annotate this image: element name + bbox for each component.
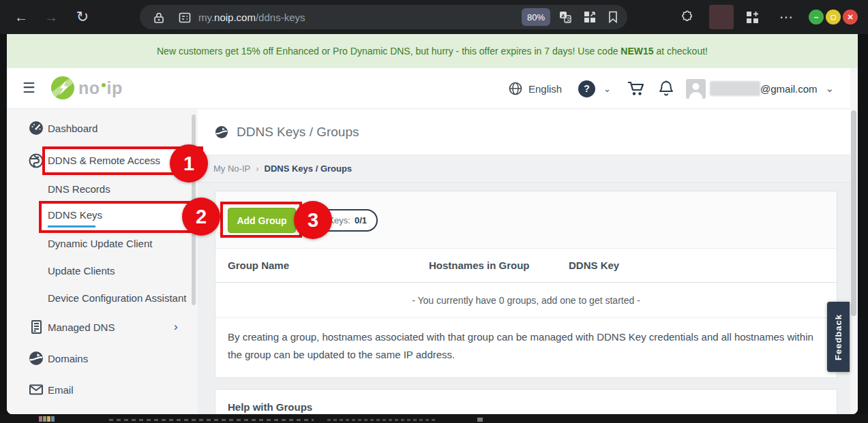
column-header-hostnames: Hostnames in Group xyxy=(429,260,530,271)
email-suffix: @gmail.com xyxy=(760,83,818,95)
annotation-box-3 xyxy=(220,202,302,238)
svg-text:文: 文 xyxy=(566,16,571,22)
chevron-down-icon: ⌄ xyxy=(826,82,835,95)
page-title: DDNS Keys / Groups xyxy=(237,125,359,140)
browser-toolbar: ← → ↻ my.noip.com/ddns-keys 80% A文 ⋯ – ▢… xyxy=(0,0,868,34)
zoom-level-badge[interactable]: 80% xyxy=(522,8,550,26)
main-content: DDNS Keys / Groups My No-IP › DDNS Keys … xyxy=(198,109,850,414)
sidebar-item-label: Dashboard xyxy=(48,123,98,134)
sidebar-item-managed-dns[interactable]: Managed DNS › xyxy=(7,315,198,339)
translate-icon[interactable]: A文 xyxy=(558,10,572,24)
sidebar-item-dashboard[interactable]: Dashboard xyxy=(7,116,198,140)
sidebar-item-label: Device Configuration Assistant xyxy=(48,292,186,304)
envelope-icon xyxy=(28,381,44,398)
apps-grid-icon[interactable] xyxy=(745,10,759,24)
help-menu[interactable]: ? ⌄ xyxy=(578,68,611,109)
globe-icon xyxy=(215,125,228,139)
globe-icon xyxy=(508,81,523,96)
sidebar-item-update-clients[interactable]: Update Clients xyxy=(7,258,198,283)
language-label: English xyxy=(528,83,562,95)
logo-dot xyxy=(102,83,106,87)
url-prefix: my. xyxy=(198,12,214,23)
chevron-down-icon: ⌄ xyxy=(603,84,611,94)
cart-button[interactable] xyxy=(627,68,645,109)
sidebar-item-label: Dynamic Update Client xyxy=(48,238,152,249)
bookmark-icon[interactable] xyxy=(606,10,620,24)
sidebar-item-email[interactable]: Email xyxy=(7,377,198,402)
annotation-step-3: 3 xyxy=(294,201,332,239)
browser-menu-dots-icon[interactable]: ⋯ xyxy=(775,0,798,34)
page-content: ☰ noip English ? ⌄ @gmai xyxy=(7,68,858,414)
bell-icon xyxy=(658,80,674,97)
bottom-window-strip xyxy=(0,414,868,423)
address-bar[interactable]: my.noip.com/ddns-keys 80% A文 xyxy=(140,5,627,29)
taskbar-fragment xyxy=(327,419,436,421)
noip-logo-text: noip xyxy=(78,78,123,98)
sidebar-item-dynamic-update-client[interactable]: Dynamic Update Client xyxy=(7,231,198,255)
hamburger-menu-icon[interactable]: ☰ xyxy=(23,80,35,96)
split-screen-icon[interactable] xyxy=(583,10,597,24)
account-menu[interactable]: @gmail.com ⌄ xyxy=(686,68,834,109)
lock-icon xyxy=(152,11,166,25)
sidebar-item-dns-records[interactable]: DNS Records xyxy=(7,176,198,201)
maximize-button[interactable]: ▢ xyxy=(826,10,841,25)
feedback-tab[interactable]: Feedback xyxy=(827,302,850,372)
taskbar-fragment xyxy=(477,418,483,422)
sidebar-item-domains[interactable]: Domains xyxy=(7,346,198,371)
browser-profile-avatar[interactable] xyxy=(709,5,734,29)
sidebar-item-label: DNS Records xyxy=(48,183,110,195)
annotation-step-2: 2 xyxy=(182,198,220,236)
reader-mode-icon[interactable] xyxy=(178,11,192,25)
breadcrumb: My No-IP › DDNS Keys / Groups xyxy=(198,155,850,183)
help-card-title: Help with Groups xyxy=(228,401,837,413)
breadcrumb-separator: › xyxy=(256,163,258,174)
feedback-label: Feedback xyxy=(833,314,843,360)
column-header-group-name: Group Name xyxy=(228,260,289,271)
breadcrumb-current: DDNS Keys / Groups xyxy=(265,163,353,174)
extensions-puzzle-icon[interactable] xyxy=(680,10,694,24)
notifications-button[interactable] xyxy=(658,68,674,109)
forward-icon[interactable]: → xyxy=(40,0,63,34)
sidebar-item-label: Domains xyxy=(48,353,88,364)
sidebar-item-label: Update Clients xyxy=(48,265,115,277)
annotation-box-2-label[interactable]: DDNS Keys xyxy=(48,209,102,221)
sidebar-item-label: Managed DNS xyxy=(48,322,115,333)
page-title-row: DDNS Keys / Groups xyxy=(198,109,850,155)
taskbar-fragment xyxy=(51,416,55,422)
taskbar-fragment xyxy=(43,416,46,422)
url-text: my.noip.com/ddns-keys xyxy=(198,12,305,23)
cart-icon xyxy=(627,80,645,97)
server-icon xyxy=(28,319,44,335)
annotation-box-1-label[interactable]: DDNS & Remote Access xyxy=(48,155,160,166)
chevron-right-icon: › xyxy=(174,320,178,334)
annotation-active-underline xyxy=(48,225,95,228)
promo-text-main: New customers get 15% off Enhanced or Pr… xyxy=(157,46,620,57)
app-header: ☰ noip English ? ⌄ @gmai xyxy=(7,68,858,109)
page-scrollbar-thumb[interactable] xyxy=(851,110,856,316)
noip-logo-icon xyxy=(51,76,74,99)
url-path: /ddns-keys xyxy=(256,12,305,23)
back-icon[interactable]: ← xyxy=(10,0,33,34)
avatar xyxy=(686,79,706,99)
logo-part2: ip xyxy=(107,78,123,98)
page-scrollbar-track[interactable] xyxy=(850,68,858,414)
noip-logo[interactable]: noip xyxy=(51,76,123,99)
taskbar-fragment xyxy=(47,416,50,422)
taskbar-fragment xyxy=(109,419,314,421)
language-selector[interactable]: English xyxy=(508,68,562,109)
minimize-button[interactable]: – xyxy=(809,10,824,25)
sidebar-item-device-configuration-assistant[interactable]: Device Configuration Assistant xyxy=(7,285,198,310)
column-header-ddns-key: DDNS Key xyxy=(569,260,619,271)
promo-text: New customers get 15% off Enhanced or Pr… xyxy=(157,46,708,57)
groups-empty-state: - You currently have 0 groups, add one t… xyxy=(215,283,837,318)
help-icon: ? xyxy=(578,80,595,97)
groups-description: By creating a group, hostnames associate… xyxy=(215,318,833,377)
url-domain: noip.com xyxy=(214,12,256,23)
reload-icon[interactable]: ↻ xyxy=(71,0,94,34)
promo-banner: New customers get 15% off Enhanced or Pr… xyxy=(7,34,858,68)
sidebar-item-label: Email xyxy=(48,384,74,396)
promo-text-suffix: at checkout! xyxy=(654,46,708,57)
close-button[interactable]: ✕ xyxy=(843,10,858,25)
taskbar-fragment xyxy=(39,416,42,422)
breadcrumb-home-link[interactable]: My No-IP xyxy=(213,163,250,174)
